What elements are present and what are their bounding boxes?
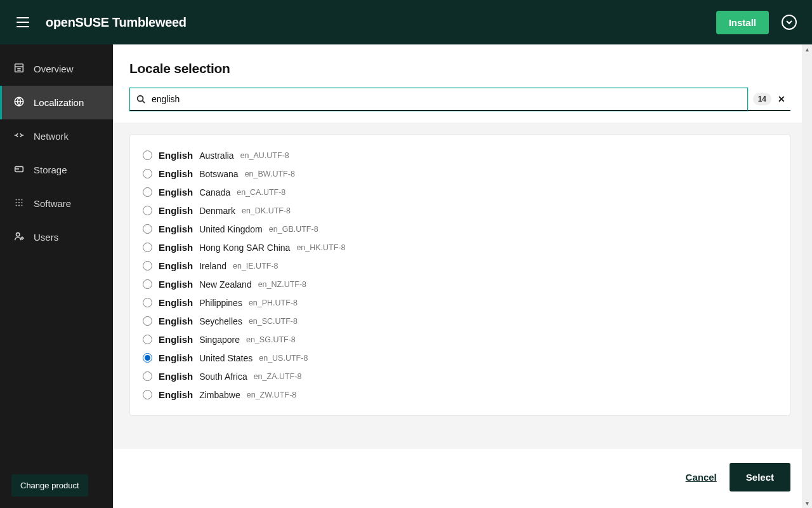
- sidebar-item-localization[interactable]: Localization: [0, 86, 113, 119]
- sidebar-item-label: Storage: [34, 164, 67, 175]
- locale-language: English: [159, 187, 193, 197]
- locale-language: English: [159, 389, 193, 400]
- locale-language: English: [159, 260, 193, 271]
- scrollbar[interactable]: ▴ ▾: [802, 44, 812, 508]
- sidebar-item-storage[interactable]: Storage: [0, 153, 113, 187]
- locale-row[interactable]: EnglishSingaporeen_SG.UTF-8: [143, 330, 777, 349]
- locale-list: EnglishAustraliaen_AU.UTF-8EnglishBotswa…: [129, 134, 790, 416]
- result-count-badge: 14: [753, 93, 771, 105]
- locale-row[interactable]: EnglishNew Zealanden_NZ.UTF-8: [143, 275, 777, 293]
- network-icon: [13, 130, 25, 143]
- app-header: openSUSE Tumbleweed Install: [0, 0, 812, 44]
- chevron-down-icon[interactable]: [782, 15, 797, 30]
- locale-country: United States: [199, 353, 252, 363]
- install-button[interactable]: Install: [716, 11, 769, 34]
- locale-row[interactable]: EnglishUnited Kingdomen_GB.UTF-8: [143, 220, 777, 238]
- locale-code: en_NZ.UTF-8: [258, 280, 306, 289]
- locale-language: English: [159, 168, 193, 179]
- scroll-up-icon[interactable]: ▴: [806, 46, 809, 53]
- locale-row[interactable]: EnglishUnited Statesen_US.UTF-8: [143, 349, 777, 367]
- locale-language: English: [159, 205, 193, 216]
- locale-radio[interactable]: [143, 390, 152, 399]
- main-content: Locale selection 14 ✕ EnglishAustraliaen…: [113, 44, 812, 508]
- locale-country: Hong Kong SAR China: [199, 243, 290, 253]
- locale-country: Philippines: [199, 298, 242, 308]
- svg-point-8: [18, 199, 20, 201]
- clear-search-icon[interactable]: ✕: [776, 94, 787, 104]
- sidebar-item-overview[interactable]: Overview: [0, 52, 113, 86]
- locale-row[interactable]: EnglishHong Kong SAR Chinaen_HK.UTF-8: [143, 238, 777, 257]
- locale-language: English: [159, 297, 193, 308]
- search-box[interactable]: [129, 88, 748, 111]
- locale-radio[interactable]: [143, 224, 152, 234]
- locale-code: en_CA.UTF-8: [237, 188, 285, 197]
- locale-code: en_HK.UTF-8: [296, 243, 345, 252]
- page-title: Locale selection: [129, 61, 790, 76]
- search-icon: [136, 95, 145, 104]
- locale-row[interactable]: EnglishDenmarken_DK.UTF-8: [143, 201, 777, 220]
- select-button[interactable]: Select: [730, 463, 790, 491]
- locale-code: en_US.UTF-8: [259, 354, 308, 363]
- sidebar-item-label: Network: [34, 131, 69, 142]
- sidebar-item-label: Software: [34, 198, 71, 209]
- locale-radio[interactable]: [143, 353, 152, 363]
- locale-country: Denmark: [199, 206, 235, 216]
- software-icon: [13, 197, 25, 210]
- locale-language: English: [159, 334, 193, 345]
- locale-row[interactable]: EnglishAustraliaen_AU.UTF-8: [143, 146, 777, 164]
- locale-radio[interactable]: [143, 371, 152, 381]
- locale-code: en_DK.UTF-8: [242, 206, 291, 215]
- locale-code: en_SG.UTF-8: [246, 335, 296, 344]
- svg-point-17: [22, 237, 23, 239]
- locale-radio[interactable]: [143, 187, 152, 197]
- locale-row[interactable]: EnglishZimbabween_ZW.UTF-8: [143, 385, 777, 404]
- locale-radio[interactable]: [143, 261, 152, 271]
- locale-language: English: [159, 242, 193, 253]
- svg-point-10: [16, 202, 17, 203]
- sidebar-item-software[interactable]: Software: [0, 187, 113, 220]
- locale-language: English: [159, 150, 193, 161]
- change-product-button[interactable]: Change product: [11, 474, 88, 497]
- svg-point-16: [16, 233, 20, 236]
- locale-radio[interactable]: [143, 279, 152, 289]
- locale-language: English: [159, 279, 193, 290]
- locale-code: en_SC.UTF-8: [249, 317, 298, 326]
- sidebar-item-users[interactable]: Users: [0, 220, 113, 254]
- locale-row[interactable]: EnglishBotswanaen_BW.UTF-8: [143, 164, 777, 183]
- locale-code: en_PH.UTF-8: [249, 298, 298, 307]
- locale-country: Canada: [199, 187, 230, 197]
- locale-country: Botswana: [199, 169, 238, 179]
- locale-country: Singapore: [199, 335, 240, 345]
- svg-point-9: [22, 199, 23, 201]
- locale-code: en_AU.UTF-8: [240, 151, 289, 160]
- overview-icon: [13, 62, 25, 76]
- storage-icon: [13, 163, 25, 177]
- locale-radio[interactable]: [143, 150, 152, 160]
- locale-radio[interactable]: [143, 169, 152, 178]
- locale-radio[interactable]: [143, 335, 152, 344]
- sidebar-item-network[interactable]: Network: [0, 119, 113, 153]
- locale-country: South Africa: [199, 371, 247, 382]
- locale-code: en_IE.UTF-8: [233, 262, 278, 271]
- locale-radio[interactable]: [143, 206, 152, 215]
- scroll-down-icon[interactable]: ▾: [806, 500, 809, 507]
- locale-radio[interactable]: [143, 243, 152, 252]
- menu-icon[interactable]: [15, 15, 30, 30]
- locale-radio[interactable]: [143, 298, 152, 307]
- globe-icon: [13, 96, 25, 109]
- sidebar-item-label: Users: [34, 232, 58, 243]
- locale-row[interactable]: EnglishSeychellesen_SC.UTF-8: [143, 312, 777, 330]
- users-icon: [13, 231, 25, 244]
- cancel-button[interactable]: Cancel: [686, 472, 717, 483]
- locale-radio[interactable]: [143, 316, 152, 326]
- locale-row[interactable]: EnglishSouth Africaen_ZA.UTF-8: [143, 367, 777, 385]
- locale-row[interactable]: EnglishPhilippinesen_PH.UTF-8: [143, 293, 777, 312]
- svg-point-22: [138, 96, 143, 102]
- locale-country: New Zealand: [199, 279, 252, 290]
- locale-row[interactable]: EnglishIrelanden_IE.UTF-8: [143, 257, 777, 275]
- search-input[interactable]: [152, 88, 741, 110]
- locale-code: en_GB.UTF-8: [269, 225, 318, 234]
- locale-code: en_ZW.UTF-8: [247, 391, 297, 399]
- locale-row[interactable]: EnglishCanadaen_CA.UTF-8: [143, 183, 777, 201]
- svg-point-14: [18, 205, 20, 206]
